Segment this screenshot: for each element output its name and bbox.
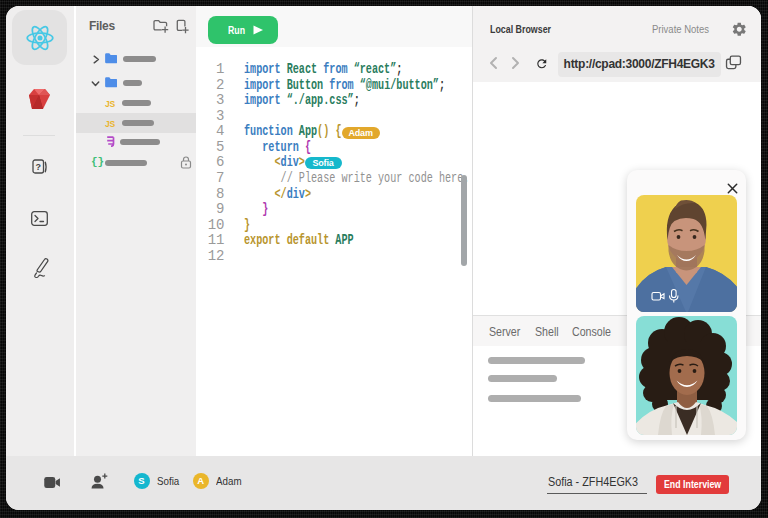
svg-text:?: ? xyxy=(35,162,41,172)
